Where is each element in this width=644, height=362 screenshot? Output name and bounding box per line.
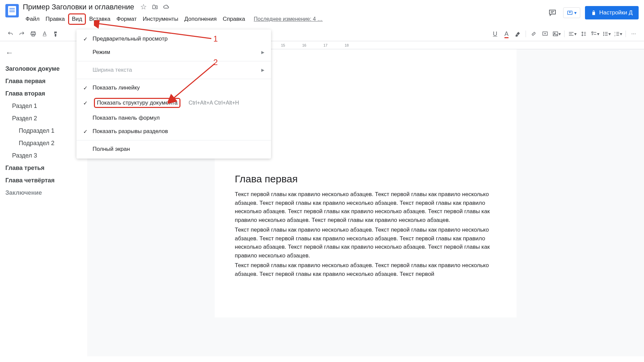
print-button[interactable]: [28, 29, 38, 39]
menu-item-show-section-breaks[interactable]: ✓ Показать разрывы разделов: [76, 125, 271, 138]
share-label: Настройки Д: [599, 9, 633, 16]
menu-tools[interactable]: Инструменты: [140, 14, 181, 24]
menu-help[interactable]: Справка: [220, 14, 248, 24]
outline-item[interactable]: Подраздел 1: [5, 125, 82, 137]
more-button[interactable]: ⋯: [629, 29, 639, 39]
share-button[interactable]: Настройки Д: [585, 6, 639, 19]
check-icon: ✓: [83, 36, 93, 42]
shortcut-label: Ctrl+Alt+A Ctrl+Alt+H: [189, 100, 239, 106]
redo-button[interactable]: [17, 29, 27, 39]
menu-item-fullscreen[interactable]: Полный экран: [76, 142, 271, 156]
menu-item-mode[interactable]: Режим ▶: [76, 46, 271, 59]
outline-item[interactable]: Раздел 2: [5, 112, 82, 125]
spellcheck-button[interactable]: A: [40, 29, 50, 39]
check-icon: ✓: [83, 85, 93, 91]
underline-button[interactable]: U: [490, 29, 500, 39]
heading-1: Глава первая: [235, 173, 496, 185]
menu-item-preview[interactable]: ✓ Предварительный просмотр: [76, 32, 271, 46]
doc-title-row: Пример Заголовки и оглавление ☆: [23, 3, 542, 11]
star-icon[interactable]: ☆: [140, 4, 147, 10]
align-button[interactable]: ▾: [567, 29, 577, 39]
insert-comment-button[interactable]: [540, 29, 550, 39]
outline-item[interactable]: Глава третья: [5, 162, 82, 174]
header: Пример Заголовки и оглавление ☆ Файл Пра…: [0, 0, 644, 25]
submenu-arrow-icon: ▶: [261, 68, 264, 72]
menu-file[interactable]: Файл: [23, 14, 42, 24]
svg-text:1: 1: [614, 32, 615, 34]
menu-item-show-formula-bar[interactable]: Показать панель формул: [76, 111, 271, 125]
menubar: Файл Правка Вид Вставка Формат Инструмен…: [23, 13, 542, 25]
line-spacing-button[interactable]: [579, 29, 589, 39]
checklist-button[interactable]: ▾: [590, 29, 600, 39]
svg-rect-7: [592, 32, 593, 33]
move-icon[interactable]: [152, 4, 158, 10]
outline-panel: ← Заголовок докумеГлава перваяГлава втор…: [0, 41, 87, 356]
last-edit-link[interactable]: Последнее изменение: 4 …: [254, 16, 323, 22]
check-icon: ✓: [83, 128, 93, 135]
outline-item[interactable]: Подраздел 2: [5, 137, 82, 149]
svg-point-9: [603, 34, 604, 34]
numbered-list-button[interactable]: 12▾: [613, 29, 623, 39]
paragraph: Текст первой главы как правило несколько…: [235, 190, 496, 224]
outline-item[interactable]: Глава первая: [5, 75, 82, 87]
outline-item[interactable]: Заключение: [5, 187, 82, 199]
outline-item[interactable]: Раздел 3: [5, 149, 82, 162]
svg-point-8: [603, 32, 604, 33]
menu-insert[interactable]: Вставка: [87, 14, 113, 24]
paragraph: Текст первой главы как правило несколько…: [235, 226, 496, 260]
outline-item[interactable]: Заголовок докуме: [5, 63, 82, 75]
menu-format[interactable]: Формат: [114, 14, 139, 24]
paragraph: Текст первой главы как правило несколько…: [235, 261, 496, 278]
svg-text:2: 2: [614, 35, 615, 37]
cloud-icon[interactable]: [163, 4, 170, 10]
menu-separator: [76, 79, 271, 79]
outline-item[interactable]: Раздел 1: [5, 100, 82, 112]
highlight-button[interactable]: [513, 29, 523, 39]
text-color-button[interactable]: A: [501, 29, 512, 39]
docs-logo[interactable]: [5, 4, 19, 17]
present-button[interactable]: ▾: [563, 7, 580, 18]
menu-item-show-ruler[interactable]: ✓ Показать линейку: [76, 81, 271, 95]
check-icon: ✓: [83, 100, 93, 106]
svg-rect-5: [553, 32, 558, 36]
comments-icon[interactable]: [546, 7, 558, 19]
header-right: ▾ Настройки Д: [546, 6, 639, 19]
menu-addons[interactable]: Дополнения: [182, 14, 219, 24]
view-dropdown: ✓ Предварительный просмотр Режим ▶ Ширин…: [76, 29, 271, 159]
menu-view[interactable]: Вид: [68, 13, 86, 25]
outline-back-icon[interactable]: ←: [5, 48, 82, 57]
insert-image-button[interactable]: ▾: [551, 29, 561, 39]
svg-point-10: [603, 35, 604, 36]
bullet-list-button[interactable]: ▾: [601, 29, 611, 39]
menu-item-text-width[interactable]: Ширина текста ▶: [76, 63, 271, 77]
chevron-down-icon: ▾: [574, 10, 577, 15]
paint-format-button[interactable]: [51, 29, 61, 39]
insert-link-button[interactable]: [529, 29, 539, 39]
outline-item[interactable]: Глава четвёртая: [5, 174, 82, 187]
menu-item-show-outline[interactable]: ✓ Показать структуру документа Ctrl+Alt+…: [76, 95, 271, 111]
menu-edit[interactable]: Правка: [43, 14, 67, 24]
outline-item[interactable]: Глава вторая: [5, 87, 82, 100]
doc-title[interactable]: Пример Заголовки и оглавление: [23, 3, 134, 11]
undo-button[interactable]: [5, 29, 15, 39]
menu-separator: [76, 140, 271, 140]
submenu-arrow-icon: ▶: [261, 50, 264, 55]
menu-separator: [76, 61, 271, 61]
title-area: Пример Заголовки и оглавление ☆ Файл Пра…: [23, 3, 542, 25]
